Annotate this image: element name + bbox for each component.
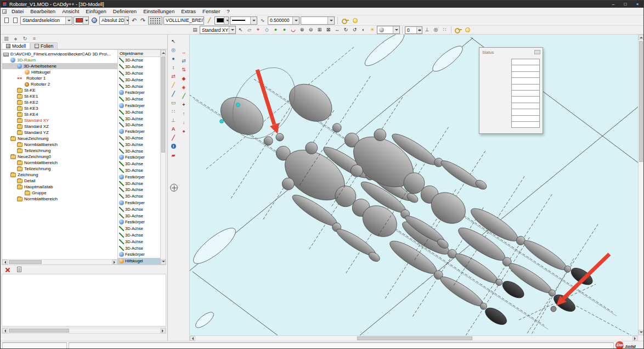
pencil-red-icon[interactable]: ╱ xyxy=(169,133,178,142)
object-list-item[interactable]: Festkörper xyxy=(118,200,160,206)
viewport-3d[interactable]: Status xyxy=(190,35,643,341)
tree-item[interactable]: NeueZeichnung0 xyxy=(2,154,117,160)
menu-einfuegen[interactable]: Einfügen xyxy=(82,8,110,14)
model-tree[interactable]: D:\AVCHD_Filme\Lernvideos\BeckerCAD 3D P… xyxy=(2,50,117,264)
maximize-button[interactable]: □ xyxy=(619,1,631,8)
status-panel-button[interactable] xyxy=(534,50,540,54)
object-list-item[interactable]: 3D-Achse xyxy=(118,187,160,193)
scroll-left-button[interactable] xyxy=(2,328,8,333)
tree-item[interactable]: D:\AVCHD_Filme\Lernvideos\BeckerCAD 3D P… xyxy=(2,51,117,57)
hint-bulb-icon[interactable] xyxy=(351,16,359,25)
scroll-right-button[interactable] xyxy=(632,336,638,341)
tree-item[interactable]: St-KE4 xyxy=(2,111,117,117)
object-list-item[interactable]: 3D-Achse xyxy=(118,109,160,115)
tree-item[interactable]: Hauptmaßstab xyxy=(2,184,117,190)
redo-icon[interactable]: ↷ xyxy=(139,16,147,25)
origin-icon[interactable]: ◎ xyxy=(432,26,440,34)
viewport-horizontal-scrollbar[interactable] xyxy=(190,335,638,341)
tree-item[interactable]: Standard XY xyxy=(2,117,117,123)
object-list-item[interactable]: 3D-Achse xyxy=(118,70,160,77)
world-coords-icon[interactable] xyxy=(90,16,98,25)
workplane-icon[interactable]: ◇ xyxy=(263,26,271,34)
extra-combo[interactable] xyxy=(301,16,335,25)
tab-modell[interactable]: Modell xyxy=(2,42,30,49)
line-type-combo[interactable] xyxy=(230,16,257,25)
dock-window-icon[interactable]: ▥ xyxy=(2,35,10,43)
message-output-box[interactable] xyxy=(2,274,166,327)
tree-item[interactable]: 3D-Arbeitsebene xyxy=(2,63,117,69)
object-list-item[interactable]: 3D-Achse xyxy=(118,167,160,174)
scroll-up-button[interactable] xyxy=(639,35,643,40)
object-list-item[interactable]: 3D-Achse xyxy=(118,141,160,148)
tree-item[interactable]: Zeichnung xyxy=(2,172,117,178)
object-list-item[interactable]: 3D-Achse xyxy=(118,76,160,83)
object-list-item[interactable]: 3D-Achse xyxy=(118,161,160,167)
object-list-item[interactable]: 3D-Achse xyxy=(118,64,160,70)
paste-sheet-icon[interactable] xyxy=(15,266,23,274)
tab-folien[interactable]: Folien xyxy=(30,42,58,49)
object-list-item[interactable]: Festkörper xyxy=(118,128,160,135)
arrows-ud-icon[interactable]: ⇅ xyxy=(179,65,188,74)
object-list-item[interactable]: 3D-Achse xyxy=(118,226,160,232)
zoom-out-icon[interactable]: ⊖ xyxy=(307,26,315,34)
move-cross-icon[interactable]: + xyxy=(179,100,188,109)
pin-panel-icon[interactable]: ◆ xyxy=(12,35,20,43)
menu-datei[interactable]: Datei xyxy=(8,8,27,14)
diamond-small-icon[interactable]: ◆ xyxy=(179,127,188,135)
ortho-on-icon[interactable]: ● xyxy=(280,26,289,34)
move-vertical-icon[interactable]: ↕ xyxy=(169,63,178,71)
new-file-icon[interactable] xyxy=(2,16,10,25)
tree-item[interactable]: St-KE3 xyxy=(2,105,117,111)
rotate-view-icon[interactable]: ↻ xyxy=(342,26,350,34)
3d-canvas[interactable] xyxy=(190,35,639,335)
license-key-icon[interactable] xyxy=(341,16,350,25)
minimize-button[interactable]: – xyxy=(607,1,619,8)
brush-red-icon[interactable]: ▰ xyxy=(169,151,178,159)
selection-mode-combo[interactable]: Standardselektion xyxy=(20,16,72,25)
panel-menu-icon[interactable]: ≡ xyxy=(30,35,38,43)
chevron-down-icon[interactable] xyxy=(83,17,89,24)
light-icon[interactable]: ☀ xyxy=(368,26,376,34)
chevron-down-icon[interactable] xyxy=(327,17,334,24)
object-list-item[interactable]: 3D-Achse xyxy=(118,193,160,200)
arrows-lr-icon[interactable]: ⇄ xyxy=(179,57,188,65)
object-list-item[interactable]: Festkörper xyxy=(118,251,160,258)
tree-item[interactable]: 3D-Raum xyxy=(2,57,117,63)
render-mode-combo[interactable] xyxy=(377,26,400,34)
arrow-up-blue-icon[interactable]: ↑ xyxy=(179,109,188,117)
object-list-item[interactable]: Festkörper xyxy=(118,154,160,161)
object-list-item[interactable]: 3D-Achse xyxy=(118,206,160,212)
origin-compass-icon[interactable] xyxy=(170,184,178,192)
tree-item[interactable]: Teilzeichnung xyxy=(2,166,117,172)
grid-toggle-button[interactable] xyxy=(148,16,162,25)
selection-rect-icon[interactable]: ▭ xyxy=(169,98,178,106)
scroll-right-button[interactable] xyxy=(160,328,166,333)
close-button[interactable]: × xyxy=(631,1,643,8)
angle-spinner[interactable]: 0 xyxy=(405,26,422,34)
freehand-icon[interactable]: ∿ xyxy=(258,16,267,25)
scrollbar-thumb[interactable] xyxy=(9,329,69,333)
spinner-arrows[interactable] xyxy=(416,27,422,33)
scrollbar-thumb[interactable] xyxy=(161,57,165,153)
menu-fenster[interactable]: Fenster xyxy=(199,8,223,14)
tree-item[interactable]: Standard YZ xyxy=(2,130,117,136)
tree-item[interactable]: Teilzeichnung xyxy=(2,148,117,154)
scroll-right-button[interactable] xyxy=(112,260,117,264)
view-plane-combo[interactable]: Standard XY xyxy=(200,26,236,34)
scrollbar-thumb[interactable] xyxy=(639,41,643,162)
menu-definieren[interactable]: Definieren xyxy=(110,8,140,14)
object-rows[interactable]: 3D-Achse 3D-Achse 3D-Achse 3D-Achse 3D-A… xyxy=(118,57,160,264)
select-mode-icon[interactable]: ↖ xyxy=(236,26,245,34)
tree-item[interactable]: Normblattbereich xyxy=(2,142,117,148)
object-list-item[interactable]: Festkörper xyxy=(118,89,160,96)
hint-bulb-icon[interactable] xyxy=(464,26,472,34)
object-list-item[interactable]: Festkörper xyxy=(118,219,160,226)
text-tool-icon[interactable]: A xyxy=(169,125,178,133)
scrollbar-thumb[interactable] xyxy=(9,260,42,264)
diamond-red-icon[interactable]: ◆ xyxy=(179,74,188,82)
swap-axes-icon[interactable]: ⇄ xyxy=(169,72,178,80)
helper-sphere-1[interactable] xyxy=(276,133,284,141)
panel-horizontal-scrollbar[interactable] xyxy=(2,328,166,334)
license-key-icon[interactable] xyxy=(454,26,463,34)
tree-item[interactable]: St-KE2 xyxy=(2,99,117,105)
